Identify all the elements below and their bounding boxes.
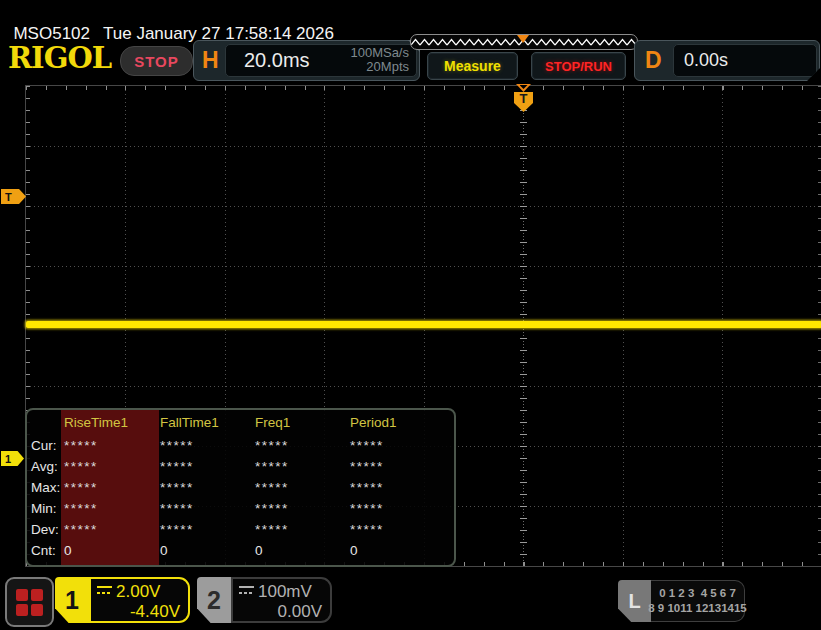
dc-coupling-icon bbox=[97, 586, 112, 596]
digital-channels-row1: 0 1 2 3 4 5 6 7 bbox=[659, 586, 736, 601]
measure-cell: ***** bbox=[64, 498, 160, 519]
memory-depth: 20Mpts bbox=[350, 60, 409, 74]
horizontal-timebase-box[interactable]: H 20.0ms 100MSa/s 20Mpts bbox=[193, 40, 420, 81]
delay-box[interactable]: D 0.00s bbox=[634, 40, 820, 81]
measure-col-header: Period1 bbox=[350, 410, 450, 435]
titlebar: MSO5102Tue January 27 17:58:14 2026 bbox=[4, 4, 334, 44]
grid-line bbox=[26, 386, 821, 387]
memory-trigger-position-icon[interactable] bbox=[517, 35, 529, 43]
run-state-badge: STOP bbox=[120, 46, 193, 76]
horizontal-label: H bbox=[202, 41, 219, 80]
measure-row-label: Max: bbox=[27, 477, 64, 498]
measure-cell: ***** bbox=[255, 519, 350, 540]
measure-cell: ***** bbox=[255, 498, 350, 519]
measure-cell: ***** bbox=[350, 435, 450, 456]
measure-cell: 0 bbox=[160, 540, 255, 561]
measurement-grid: RiseTime1 FallTime1 Freq1 Period1 Cur: *… bbox=[27, 410, 454, 565]
digital-channels-row2: 8 9 1011 12131415 bbox=[648, 601, 747, 616]
measure-cell: ***** bbox=[160, 477, 255, 498]
rigol-logo: RIGOL bbox=[8, 41, 111, 75]
measure-cell: ***** bbox=[350, 498, 450, 519]
measurement-panel: RiseTime1 FallTime1 Freq1 Period1 Cur: *… bbox=[25, 408, 456, 567]
measure-cell: ***** bbox=[64, 477, 160, 498]
measure-row-label: Cnt: bbox=[27, 540, 64, 561]
trigger-level-marker[interactable]: T bbox=[1, 189, 26, 204]
measure-row-label: Avg: bbox=[27, 456, 64, 477]
measure-cell: ***** bbox=[350, 519, 450, 540]
sample-rate: 100MSa/s bbox=[350, 46, 409, 60]
trigger-t-icon: T bbox=[514, 92, 533, 112]
measure-cell: ***** bbox=[160, 498, 255, 519]
measure-cell: 0 bbox=[350, 540, 450, 561]
measure-cell: ***** bbox=[160, 435, 255, 456]
measure-cell: ***** bbox=[160, 456, 255, 477]
logic-analyzer-widget[interactable]: L 0 1 2 3 4 5 6 7 8 9 1011 12131415 bbox=[618, 580, 745, 622]
logic-analyzer-tab[interactable]: L bbox=[618, 580, 651, 622]
measure-cell: ***** bbox=[255, 435, 350, 456]
timebase-value: 20.0ms bbox=[244, 45, 310, 76]
measure-cell: ***** bbox=[255, 456, 350, 477]
delay-label: D bbox=[645, 41, 662, 80]
delay-inner: 0.00s bbox=[673, 44, 817, 77]
channel1-offset: -4.40V bbox=[97, 602, 180, 622]
channel1-ground-marker[interactable]: 1 bbox=[1, 451, 24, 466]
measure-col-header: FallTime1 bbox=[160, 410, 255, 435]
measure-col-header: Freq1 bbox=[255, 410, 350, 435]
graticule-ticks-top bbox=[26, 86, 821, 90]
measure-cell: ***** bbox=[350, 477, 450, 498]
measure-cell: 0 bbox=[64, 540, 160, 561]
measure-cell: 0 bbox=[255, 540, 350, 561]
grid-line bbox=[26, 266, 821, 267]
measure-row-label: Cur: bbox=[27, 435, 64, 456]
measure-row-label: Dev: bbox=[27, 519, 64, 540]
channel1-values: 2.00V -4.40V bbox=[89, 577, 190, 623]
trigger-position-arrow-icon bbox=[516, 84, 531, 92]
measure-cell: ***** bbox=[64, 456, 160, 477]
menu-button[interactable] bbox=[5, 577, 54, 627]
channel2-offset: 0.00V bbox=[239, 602, 322, 622]
channel2-values: 100mV 0.00V bbox=[231, 577, 332, 623]
measure-cell: ***** bbox=[64, 519, 160, 540]
channel1-trace bbox=[26, 321, 821, 328]
measure-cell: ***** bbox=[255, 477, 350, 498]
channel1-number-tab[interactable]: 1 bbox=[55, 577, 89, 623]
measure-button[interactable]: Measure bbox=[427, 52, 518, 80]
channel1-scale: 2.00V bbox=[116, 582, 160, 601]
channel2-number-tab[interactable]: 2 bbox=[197, 577, 231, 623]
stop-run-button[interactable]: STOP/RUN bbox=[531, 52, 626, 80]
measure-col-header: RiseTime1 bbox=[64, 410, 160, 435]
trigger-position-marker[interactable]: T bbox=[514, 84, 533, 114]
acquisition-info: 100MSa/s 20Mpts bbox=[350, 46, 409, 74]
measure-cell: ***** bbox=[160, 519, 255, 540]
grid-line bbox=[26, 146, 821, 147]
channel2-scale: 100mV bbox=[258, 582, 312, 601]
channel2-widget[interactable]: 2 100mV 0.00V bbox=[197, 577, 332, 623]
delay-value: 0.00s bbox=[684, 45, 728, 76]
channel1-widget[interactable]: 1 2.00V -4.40V bbox=[55, 577, 190, 623]
measure-cell bbox=[27, 410, 64, 435]
grid-line bbox=[26, 206, 821, 207]
measure-cell: ***** bbox=[64, 435, 160, 456]
grid-menu-icon bbox=[16, 589, 43, 616]
measure-row-label: Min: bbox=[27, 498, 64, 519]
digital-channels: 0 1 2 3 4 5 6 7 8 9 1011 12131415 bbox=[651, 580, 745, 622]
dc-coupling-icon bbox=[239, 586, 254, 596]
measure-cell: ***** bbox=[350, 456, 450, 477]
timebase-inner: 20.0ms 100MSa/s 20Mpts bbox=[225, 44, 417, 77]
